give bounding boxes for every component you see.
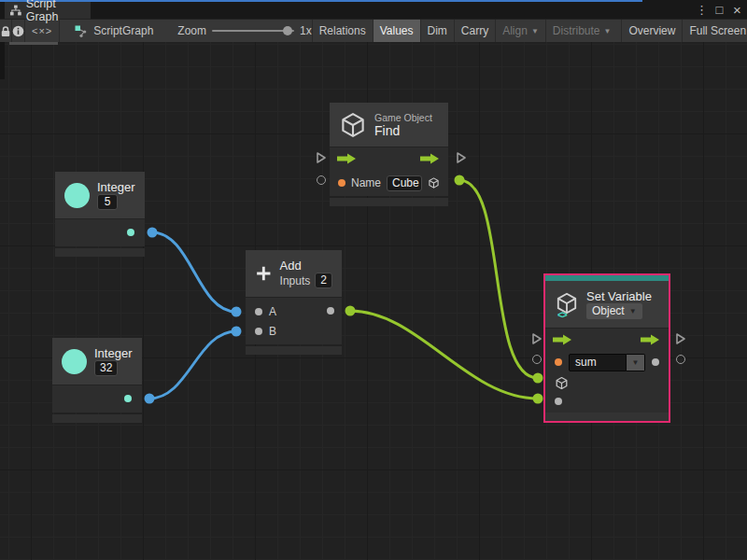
wire-endpoint	[145, 394, 155, 404]
find-flow-in-ext-port[interactable]	[316, 151, 327, 164]
tab-script-graph[interactable]: Script Graph	[5, 2, 91, 19]
inputs-label: Inputs	[280, 274, 311, 287]
add-body[interactable]: A B	[246, 297, 342, 344]
node-integer-5[interactable]: Integer 5	[55, 172, 145, 257]
setvar-name-ext-port[interactable]	[532, 355, 542, 364]
set-variable-body[interactable]: sum ▼	[545, 328, 669, 411]
chevron-down-icon: ▼	[629, 303, 637, 319]
wire-integer5-to-add-a[interactable]	[152, 232, 236, 312]
node-add[interactable]: Add Inputs 2 A B	[246, 250, 342, 355]
carry-button[interactable]: Carry	[454, 20, 495, 42]
script-graph-icon	[75, 25, 88, 37]
integer-output-port[interactable]	[127, 229, 134, 236]
fullscreen-button[interactable]: Full Screen	[682, 20, 747, 42]
info-icon	[12, 25, 24, 37]
node-game-object-find[interactable]: Game Object Find Name Cube	[330, 103, 448, 206]
node-set-variable[interactable]: <> Set Variable Object ▼	[543, 273, 670, 423]
name-input-port[interactable]	[338, 179, 345, 187]
flow-in-arrow-icon[interactable]	[553, 334, 573, 345]
setvar-flow-out-ext-port[interactable]	[675, 332, 686, 345]
zoom-slider[interactable]	[212, 30, 294, 32]
dim-button[interactable]: Dim	[420, 20, 454, 42]
window-controls: ⋮ □ ×	[694, 0, 745, 19]
node-footer	[55, 248, 145, 257]
overview-label: Overview	[628, 24, 675, 37]
node-title: Integer	[94, 346, 132, 360]
node-integer-32[interactable]: Integer 32	[52, 338, 142, 423]
variable-name-dropdown-button[interactable]: ▼	[627, 354, 645, 371]
set-variable-icon: <>	[555, 291, 579, 318]
variable-name-combobox[interactable]: sum ▼	[569, 354, 645, 371]
wire-endpoint	[232, 307, 242, 317]
chevron-down-icon: ▼	[531, 27, 539, 35]
integer-5-body[interactable]	[55, 218, 145, 246]
find-header[interactable]: Game Object Find	[330, 103, 448, 147]
window-menu-icon[interactable]: ⋮	[694, 3, 710, 17]
node-footer	[246, 346, 342, 355]
input-a-label: A	[269, 305, 276, 318]
integer-icon	[64, 183, 90, 208]
node-category: Game Object	[374, 112, 432, 123]
variable-name-port[interactable]	[555, 358, 562, 366]
graph-name-label[interactable]: ScriptGraph	[93, 24, 153, 37]
sum-output-port[interactable]	[327, 307, 334, 315]
integer-5-value-field[interactable]: 5	[97, 194, 118, 210]
close-icon[interactable]: ×	[729, 2, 745, 18]
title-bar: Script Graph ⋮ □ ×	[0, 0, 747, 19]
distribute-button[interactable]: Distribute ▼	[545, 20, 618, 42]
setvar-output-ext-port[interactable]	[676, 355, 685, 364]
integer-32-header[interactable]: Integer 32	[52, 338, 142, 385]
integer-5-header[interactable]: Integer 5	[55, 172, 145, 218]
info-button[interactable]	[12, 20, 25, 42]
wire-add-to-setvar-value[interactable]	[350, 311, 538, 399]
integer-32-value-field[interactable]: 32	[94, 360, 118, 376]
graph-hierarchy-icon	[10, 5, 21, 16]
node-title: Set Variable	[586, 289, 652, 303]
variable-name-value[interactable]: sum	[569, 354, 627, 371]
plus-icon	[255, 261, 273, 286]
value-input-port[interactable]	[555, 398, 562, 405]
align-button[interactable]: Align ▼	[495, 20, 545, 42]
values-button[interactable]: Values	[373, 20, 420, 42]
graph-canvas[interactable]: Integer 5 Integer 32	[0, 42, 747, 560]
align-label: Align	[502, 24, 528, 37]
integer-output-port[interactable]	[124, 395, 132, 402]
variable-scope-dropdown[interactable]: Object ▼	[586, 303, 642, 319]
variable-code-glyph: <>	[557, 310, 567, 320]
chevron-down-icon: ▼	[604, 27, 612, 35]
setvar-flow-in-ext-port[interactable]	[531, 332, 543, 345]
zoom-slider-handle[interactable]	[283, 26, 292, 35]
game-object-input-port-icon[interactable]	[555, 376, 569, 390]
maximize-icon[interactable]: □	[712, 3, 727, 17]
focus-accent-line	[0, 0, 642, 2]
overview-button[interactable]: Overview	[621, 20, 682, 42]
inputs-count-field[interactable]: 2	[315, 273, 332, 288]
add-header[interactable]: Add Inputs 2	[246, 250, 342, 297]
name-value-field[interactable]: Cube	[387, 175, 422, 191]
input-b-port[interactable]	[255, 328, 262, 335]
lock-button[interactable]	[0, 20, 12, 42]
find-flow-out-ext-port[interactable]	[456, 151, 467, 164]
set-variable-header[interactable]: <> Set Variable Object ▼	[545, 281, 669, 328]
wire-find-to-setvar-object[interactable]	[459, 180, 538, 378]
toolbar-buttons: Relations Values Dim Carry Align ▼ Distr…	[312, 20, 747, 42]
fullscreen-label: Full Screen	[689, 24, 746, 37]
flow-out-arrow-icon[interactable]	[420, 153, 441, 164]
integer-32-body[interactable]	[52, 385, 142, 413]
value-output-port[interactable]	[652, 358, 659, 366]
relations-button[interactable]: Relations	[312, 20, 373, 42]
flow-in-arrow-icon[interactable]	[337, 153, 358, 164]
flow-out-arrow-icon[interactable]	[641, 334, 661, 345]
game-object-cube-icon	[339, 111, 367, 139]
input-b-label: B	[269, 325, 276, 338]
game-object-output-port-icon[interactable]	[428, 175, 440, 190]
find-name-ext-port[interactable]	[317, 175, 326, 185]
carry-label: Carry	[461, 24, 488, 37]
integer-icon	[62, 349, 87, 374]
wire-integer32-to-add-b[interactable]	[149, 331, 236, 399]
input-a-port[interactable]	[255, 308, 262, 315]
name-port-label: Name	[351, 176, 381, 189]
find-body[interactable]: Name Cube	[330, 147, 448, 196]
code-icon: <×>	[32, 25, 52, 36]
values-label: Values	[380, 24, 414, 37]
